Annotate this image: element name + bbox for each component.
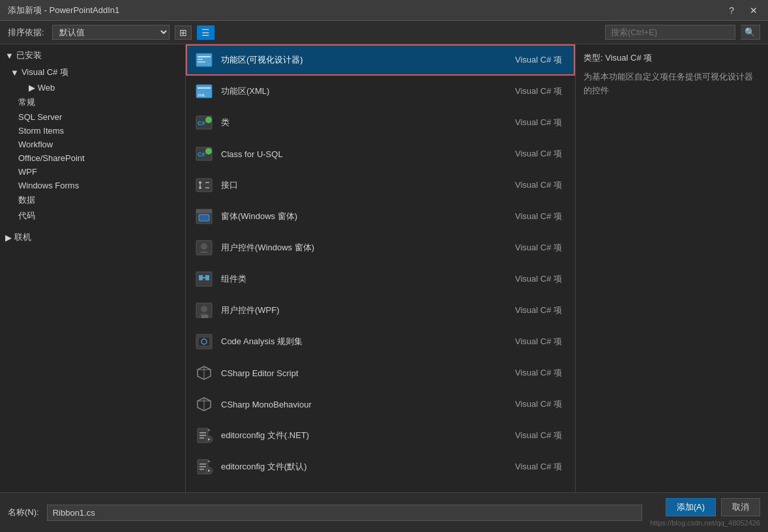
item-category: Visual C# 项: [515, 54, 562, 66]
list-item[interactable]: editorconfig 文件(默认)Visual C# 项: [186, 451, 575, 482]
close-button[interactable]: ✕: [747, 5, 760, 16]
action-buttons: 添加(A) 取消: [666, 498, 760, 516]
svg-rect-33: [198, 337, 210, 346]
name-input[interactable]: [47, 505, 643, 521]
sidebar-item-office[interactable]: Office/SharePoint: [5, 151, 185, 165]
item-icon: [194, 425, 214, 446]
list-item[interactable]: 窗体(Windows 窗体)Visual C# 项: [186, 201, 575, 232]
item-category: Visual C# 项: [515, 304, 562, 316]
list-view-button[interactable]: ☰: [197, 25, 214, 40]
add-button[interactable]: 添加(A): [666, 498, 716, 516]
sidebar-item-winforms[interactable]: Windows Forms: [5, 179, 185, 192]
item-icon: [194, 456, 214, 477]
cancel-button[interactable]: 取消: [721, 498, 760, 516]
item-icon: [194, 206, 214, 227]
item-category: Visual C# 项: [515, 367, 562, 379]
sidebar-item-wpf[interactable]: WPF: [5, 165, 185, 179]
titlebar-controls: ? ✕: [726, 5, 760, 16]
item-name: 接口: [221, 179, 515, 191]
list-item[interactable]: 功能区(可视化设计器)Visual C# 项: [186, 44, 575, 76]
item-icon: [194, 362, 214, 383]
item-category: Visual C# 项: [515, 85, 562, 97]
item-icon: XML: [194, 81, 214, 102]
installed-header[interactable]: ▼ 已安装: [0, 47, 185, 64]
sort-select[interactable]: 默认值: [52, 25, 170, 40]
list-item[interactable]: 用户控件(Windows 窗体)Visual C# 项: [186, 232, 575, 263]
online-label: 联机: [14, 231, 31, 243]
right-panel: 类型: Visual C# 项 为基本功能区自定义项任务提供可视化设计器的控件: [576, 44, 768, 492]
item-category: Visual C# 项: [515, 430, 562, 441]
item-icon: C#: [194, 112, 214, 133]
list-item[interactable]: CSharp Editor ScriptVisual C# 项: [186, 357, 575, 389]
list-item[interactable]: editorconfig 文件(.NET)Visual C# 项: [186, 420, 575, 451]
list-item[interactable]: C# Class for U-SQLVisual C# 项: [186, 138, 575, 170]
search-button[interactable]: 🔍: [741, 25, 760, 40]
item-name: editorconfig 文件(.NET): [221, 430, 515, 441]
svg-rect-48: [199, 466, 206, 467]
sidebar-item-code[interactable]: 代码: [5, 208, 185, 224]
list-item[interactable]: 组件类Visual C# 项: [186, 263, 575, 295]
svg-point-12: [205, 148, 212, 155]
svg-rect-42: [199, 432, 206, 434]
sort-label: 排序依据:: [8, 27, 44, 38]
item-name: 用户控件(Windows 窗体): [221, 242, 515, 254]
list-item[interactable]: Code Analysis 规则集Visual C# 项: [186, 326, 575, 357]
sidebar-item-sql[interactable]: SQL Server: [5, 110, 185, 124]
sidebar-item-web[interactable]: ▶ Web: [5, 81, 185, 95]
item-icon: [194, 331, 214, 352]
watermark: https://blog.csdn.net/qq_48052426: [650, 519, 760, 527]
svg-rect-13: [196, 179, 212, 192]
svg-text:WPF: WPF: [201, 315, 209, 319]
body: ▼ 已安装 ▼ Visual C# 项 ▶ Web 常规 SQL Server: [0, 44, 768, 492]
svg-rect-43: [199, 435, 206, 436]
sidebar-item-normal[interactable]: 常规: [5, 95, 185, 110]
list-item[interactable]: C# 类Visual C# 项: [186, 107, 575, 138]
item-icon: C#: [194, 143, 214, 164]
sidebar-item-workflow[interactable]: Workflow: [5, 138, 185, 151]
svg-rect-3: [198, 61, 205, 63]
svg-rect-25: [196, 272, 212, 286]
list-item[interactable]: XML 功能区(XML)Visual C# 项: [186, 76, 575, 107]
item-name: 用户控件(WPF): [221, 304, 515, 316]
item-category: Visual C# 项: [515, 398, 562, 410]
bottom-bar: 名称(N): 添加(A) 取消 https://blog.csdn.net/qq…: [0, 492, 768, 532]
list-item[interactable]: CSharp MonoBehaviourVisual C# 项: [186, 389, 575, 420]
visual-csharp-header[interactable]: ▼ Visual C# 项: [5, 64, 185, 81]
titlebar: 添加新项 - PowerPointAddIn1 ? ✕: [0, 0, 768, 21]
help-button[interactable]: ?: [726, 5, 737, 16]
item-name: 类: [221, 117, 515, 128]
svg-rect-27: [205, 275, 209, 280]
svg-text:XML: XML: [198, 93, 206, 97]
item-category: Visual C# 项: [515, 461, 562, 473]
item-icon: [194, 269, 214, 289]
sidebar: ▼ 已安装 ▼ Visual C# 项 ▶ Web 常规 SQL Server: [0, 44, 186, 492]
grid-view-button[interactable]: ⊞: [175, 25, 192, 40]
web-arrow: ▶: [29, 83, 35, 93]
item-category: Visual C# 项: [515, 148, 562, 160]
item-name: CSharp MonoBehaviour: [221, 400, 515, 409]
online-header[interactable]: ▶ 联机: [0, 229, 185, 246]
item-icon: [194, 50, 214, 70]
svg-rect-21: [196, 209, 212, 213]
svg-point-30: [201, 306, 207, 312]
item-icon: [194, 175, 214, 196]
svg-point-9: [205, 117, 212, 123]
svg-text:C#: C#: [198, 120, 205, 126]
svg-text:C#: C#: [198, 151, 205, 158]
sidebar-item-storm[interactable]: Storm Items: [5, 124, 185, 138]
item-name: Code Analysis 规则集: [221, 336, 515, 347]
list-item[interactable]: WPF 用户控件(WPF)Visual C# 项: [186, 295, 575, 326]
dialog: 排序依据: 默认值 ⊞ ☰ 🔍 ▼ 已安装 ▼ Visual C# 项 ▶ We: [0, 21, 768, 532]
sidebar-item-data[interactable]: 数据: [5, 192, 185, 208]
description: 为基本功能区自定义项任务提供可视化设计器的控件: [583, 70, 760, 98]
list-item[interactable]: 接口Visual C# 项: [186, 170, 575, 201]
svg-rect-1: [198, 56, 211, 57]
item-name: editorconfig 文件(默认): [221, 461, 515, 473]
visual-csharp-arrow: ▼: [10, 68, 19, 78]
item-name: 组件类: [221, 273, 515, 285]
item-category: Visual C# 项: [515, 242, 562, 254]
item-name: 功能区(可视化设计器): [221, 54, 515, 66]
search-input[interactable]: [605, 25, 735, 40]
installed-arrow: ▼: [5, 51, 14, 61]
svg-rect-5: [198, 87, 211, 89]
